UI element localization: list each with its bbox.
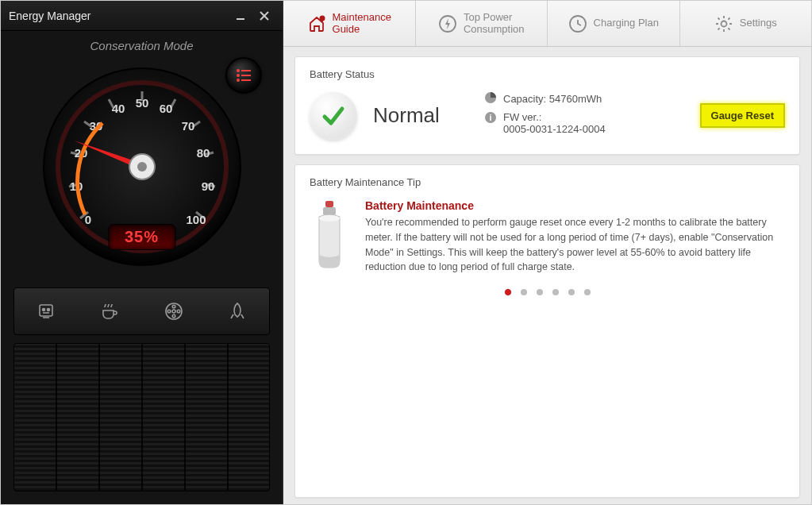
app-title: Energy Manager bbox=[9, 10, 227, 22]
tool-robot[interactable] bbox=[30, 295, 62, 327]
info-icon: i bbox=[484, 111, 497, 126]
spray-can-icon bbox=[310, 199, 349, 271]
robot-icon bbox=[36, 301, 56, 322]
home-alert-icon: ! bbox=[307, 14, 326, 33]
tab-top-power[interactable]: Top Power Consumption bbox=[416, 1, 548, 46]
clock-icon bbox=[568, 14, 587, 33]
coffee-icon bbox=[99, 301, 120, 322]
section-title: Battery Status bbox=[310, 68, 785, 80]
battery-status-card: Battery Status Normal Capacity: 54760mWh bbox=[294, 56, 800, 155]
tool-coffee[interactable] bbox=[94, 295, 125, 327]
tab-label: Top Power Consumption bbox=[464, 12, 525, 36]
svg-text:!: ! bbox=[321, 16, 322, 21]
svg-rect-0 bbox=[237, 18, 244, 20]
svg-text:80: 80 bbox=[196, 146, 210, 160]
svg-text:i: i bbox=[489, 113, 491, 122]
svg-point-39 bbox=[172, 314, 175, 318]
tabs: ! Maintenance Guide Top Power Consumptio… bbox=[283, 1, 811, 47]
pager-dot[interactable] bbox=[505, 289, 511, 295]
tab-settings[interactable]: Settings bbox=[680, 1, 812, 46]
capacity-label: Capacity: 54760mWh bbox=[503, 93, 602, 105]
pager-dot[interactable] bbox=[552, 289, 559, 295]
svg-point-42 bbox=[172, 310, 175, 313]
rocket-icon bbox=[227, 301, 248, 322]
tab-label: Settings bbox=[740, 17, 777, 29]
tab-label: Charging Plan bbox=[594, 17, 659, 29]
film-reel-icon bbox=[164, 301, 184, 322]
status-meta: Capacity: 54760mWh i FW ver.: 0005-0031-… bbox=[484, 91, 684, 140]
app-root: Energy Manager Conservation Mode bbox=[0, 0, 812, 505]
close-button[interactable] bbox=[254, 7, 275, 25]
minimize-icon bbox=[236, 11, 245, 21]
checkmark-icon bbox=[320, 102, 347, 129]
spray-can-wrap bbox=[310, 199, 349, 275]
svg-point-38 bbox=[172, 305, 175, 308]
gauge-area: 0 10 20 30 40 50 60 70 80 90 100 bbox=[1, 57, 283, 279]
svg-rect-34 bbox=[40, 305, 52, 316]
status-text: Normal bbox=[373, 103, 468, 128]
svg-point-40 bbox=[167, 310, 171, 313]
left-panel: Energy Manager Conservation Mode bbox=[1, 1, 283, 504]
mode-label: Conservation Mode bbox=[1, 39, 283, 52]
right-panel: ! Maintenance Guide Top Power Consumptio… bbox=[283, 1, 811, 504]
gauge-percent: 35% bbox=[108, 224, 175, 250]
svg-text:100: 100 bbox=[186, 213, 206, 226]
svg-text:70: 70 bbox=[181, 119, 194, 133]
pager-dot[interactable] bbox=[568, 289, 575, 295]
battery-tip-card: Battery Maintenance Tip Battery Maintena… bbox=[294, 164, 800, 498]
tip-text: You're recommended to perform gauge rese… bbox=[365, 215, 785, 275]
fw-value: 0005-0031-1224-0004 bbox=[503, 123, 606, 135]
tip-title: Battery Maintenance bbox=[365, 199, 785, 212]
close-icon bbox=[260, 11, 269, 21]
grille-texture bbox=[13, 343, 270, 492]
minimize-button[interactable] bbox=[230, 7, 251, 25]
content: Battery Status Normal Capacity: 54760mWh bbox=[283, 47, 811, 504]
tab-maintenance-guide[interactable]: ! Maintenance Guide bbox=[283, 1, 416, 46]
svg-text:60: 60 bbox=[159, 102, 172, 115]
pager-dot[interactable] bbox=[584, 289, 591, 295]
svg-point-53 bbox=[319, 215, 340, 222]
status-icon-wrap bbox=[310, 92, 357, 140]
svg-point-47 bbox=[721, 21, 726, 26]
tool-reel[interactable] bbox=[158, 295, 190, 327]
tab-label: Maintenance Guide bbox=[333, 12, 391, 36]
svg-text:50: 50 bbox=[135, 96, 148, 110]
pie-icon bbox=[484, 91, 497, 106]
svg-rect-51 bbox=[325, 201, 333, 207]
gauge: 0 10 20 30 40 50 60 70 80 90 100 bbox=[39, 64, 245, 270]
titlebar: Energy Manager bbox=[1, 1, 283, 31]
svg-text:0: 0 bbox=[84, 213, 90, 226]
svg-text:40: 40 bbox=[111, 102, 125, 115]
svg-point-41 bbox=[177, 310, 180, 313]
svg-text:90: 90 bbox=[201, 179, 214, 193]
gauge-reset-button[interactable]: Gauge Reset bbox=[700, 103, 785, 128]
section-title: Battery Maintenance Tip bbox=[310, 176, 785, 188]
svg-point-35 bbox=[43, 309, 45, 311]
pager-dot[interactable] bbox=[537, 289, 543, 295]
tab-charging-plan[interactable]: Charging Plan bbox=[548, 1, 680, 46]
tool-rocket[interactable] bbox=[221, 295, 253, 327]
bolt-icon bbox=[438, 14, 457, 33]
fw-label: FW ver.: bbox=[503, 111, 541, 123]
gear-icon bbox=[714, 14, 733, 33]
svg-point-36 bbox=[48, 309, 50, 311]
svg-point-33 bbox=[137, 162, 147, 172]
toolbar bbox=[13, 287, 270, 335]
fw-block: FW ver.: 0005-0031-1224-0004 bbox=[503, 111, 606, 135]
pager-dot[interactable] bbox=[521, 289, 527, 295]
pager bbox=[310, 289, 785, 295]
